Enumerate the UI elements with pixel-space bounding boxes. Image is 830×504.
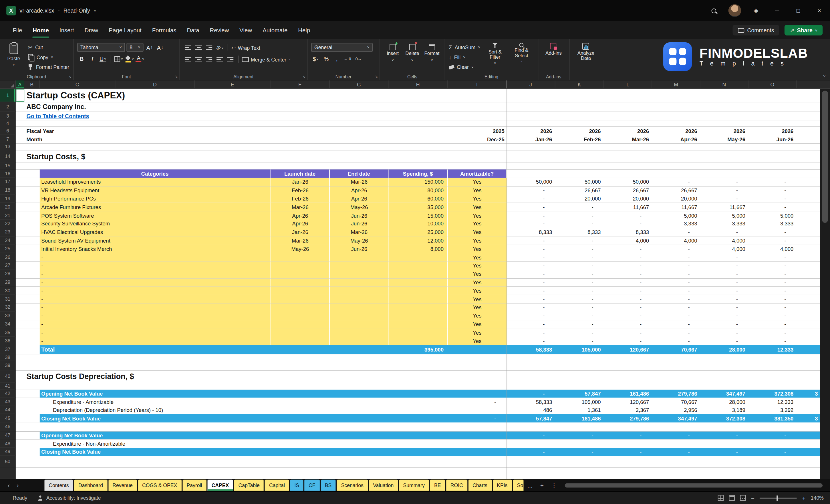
sheet-tab-is[interactable]: IS [290, 480, 303, 491]
cell[interactable]: Yes [448, 203, 507, 211]
cell[interactable]: Apr-26 [270, 220, 330, 228]
menu-automate[interactable]: Automate [257, 21, 293, 39]
cell[interactable]: 60,000 [388, 194, 448, 203]
cell[interactable] [270, 278, 330, 287]
cell[interactable]: 25,000 [388, 228, 448, 236]
cell[interactable]: - [507, 448, 555, 456]
cell[interactable] [330, 295, 388, 303]
column-title[interactable]: End date [330, 169, 388, 178]
cell[interactable]: 2026 [555, 126, 604, 135]
align-left-button[interactable] [184, 55, 192, 63]
toc-link[interactable]: Go to Table of Contents [27, 112, 89, 120]
cell[interactable]: 372,308 [748, 389, 797, 398]
cell[interactable]: - [507, 194, 555, 203]
cell[interactable]: 58,333 [507, 398, 555, 406]
row-header[interactable]: 28 [0, 270, 16, 278]
zoom-in-button[interactable]: + [802, 495, 805, 501]
sheet-tab-roic[interactable]: ROIC [446, 480, 467, 491]
cell[interactable]: 8,333 [604, 228, 652, 236]
cell[interactable]: Security Surveillance System [41, 220, 269, 228]
column-header-g[interactable]: G [330, 81, 388, 88]
cell[interactable]: - [652, 448, 700, 456]
menu-draw[interactable]: Draw [79, 21, 103, 39]
cell[interactable]: Feb-26 [555, 135, 604, 144]
sheet-tab-payroll[interactable]: Payroll [183, 480, 206, 491]
cell[interactable] [270, 303, 330, 312]
cell[interactable]: - [748, 312, 797, 320]
clipboard-dialog-launcher-icon[interactable]: ↘ [68, 75, 71, 79]
wrap-text-button[interactable]: ↩Wrap Text [231, 44, 260, 50]
alignment-dialog-launcher-icon[interactable]: ↘ [302, 75, 306, 79]
cell[interactable]: - [652, 261, 700, 270]
cell[interactable]: - [507, 220, 555, 228]
copy-button[interactable]: Copy˅ [28, 53, 69, 61]
cell[interactable] [270, 295, 330, 303]
cell[interactable]: - [604, 431, 652, 440]
cell[interactable]: - [748, 320, 797, 328]
cell[interactable]: Mar-26 [604, 135, 652, 144]
row-header[interactable]: 16 [0, 169, 16, 178]
cell[interactable]: 2026 [604, 126, 652, 135]
cell[interactable]: - [604, 287, 652, 295]
cell[interactable] [270, 261, 330, 270]
row-header[interactable]: 35 [0, 328, 16, 337]
sheet-tab-so[interactable]: So [513, 480, 523, 491]
cell[interactable]: 58,333 [507, 345, 555, 354]
cell[interactable] [388, 295, 448, 303]
row-header[interactable]: 27 [0, 261, 16, 270]
cell[interactable]: - [41, 278, 269, 287]
column-header-o[interactable]: O [748, 81, 797, 88]
cell[interactable]: - [652, 245, 700, 253]
accessibility-status[interactable]: Accessibility: Investigate [38, 495, 101, 501]
cell[interactable]: - [507, 431, 555, 440]
currency-button[interactable]: $˅ [311, 55, 320, 63]
row-header[interactable]: 29 [0, 278, 16, 287]
cell[interactable]: 105,000 [555, 345, 604, 354]
cell[interactable]: 26,667 [604, 186, 652, 194]
underline-button[interactable]: U˅ [98, 55, 107, 63]
cell[interactable]: VR Headsets Equipment [41, 186, 269, 194]
column-header-i[interactable]: I [448, 81, 507, 88]
column-header-l[interactable]: L [604, 81, 652, 88]
menu-insert[interactable]: Insert [54, 21, 79, 39]
cell[interactable]: - [700, 295, 748, 303]
cell[interactable]: Closing Net Book Value [41, 448, 101, 456]
cell[interactable]: Feb-26 [270, 186, 330, 194]
cell[interactable] [388, 253, 448, 261]
cell[interactable]: 372,308 [700, 414, 748, 422]
comments-button[interactable]: Comments [732, 25, 779, 35]
cell[interactable]: Jan-26 [270, 228, 330, 236]
cell[interactable]: Jun-26 [330, 211, 388, 220]
vertical-scrollbar[interactable] [822, 90, 828, 223]
cell[interactable]: Arcade Furniture Fixtures [41, 203, 269, 211]
cell[interactable]: - [507, 295, 555, 303]
cell[interactable]: Closing Net Book Value [41, 414, 101, 422]
normal-view-button[interactable] [717, 495, 723, 501]
presence-button[interactable]: ◈ [745, 0, 767, 21]
cell[interactable] [330, 303, 388, 312]
cell[interactable]: Depreciation (Depreciation Period (Years… [53, 406, 163, 414]
cell[interactable]: 279,786 [652, 389, 700, 398]
cell[interactable]: 12,000 [388, 237, 448, 245]
merge-center-button[interactable]: Merge & Center˅ [242, 56, 291, 62]
cell[interactable]: Mar-26 [270, 237, 330, 245]
align-top-button[interactable] [184, 43, 192, 52]
cell[interactable] [270, 253, 330, 261]
sheet-tab-capex[interactable]: CAPEX [208, 480, 233, 491]
addins-button[interactable]: Add-ins [542, 42, 565, 72]
cell[interactable]: - [555, 448, 604, 456]
sheet-tab-contents[interactable]: Contents [44, 480, 73, 491]
cell[interactable]: - [604, 320, 652, 328]
cell[interactable]: Yes [448, 270, 507, 278]
cell[interactable]: - [700, 278, 748, 287]
increase-decimal-button[interactable]: ←.0 [343, 55, 352, 63]
column-header-e[interactable]: E [195, 81, 270, 88]
cell[interactable]: Total [41, 345, 55, 354]
cell[interactable]: - [555, 245, 604, 253]
cell[interactable]: - [700, 328, 748, 337]
cut-button[interactable]: ✂Cut [28, 43, 69, 52]
cell[interactable]: - [652, 278, 700, 287]
cell[interactable]: 26,667 [652, 186, 700, 194]
cell[interactable]: 5,000 [748, 211, 797, 220]
zoom-out-button[interactable]: − [751, 495, 755, 501]
